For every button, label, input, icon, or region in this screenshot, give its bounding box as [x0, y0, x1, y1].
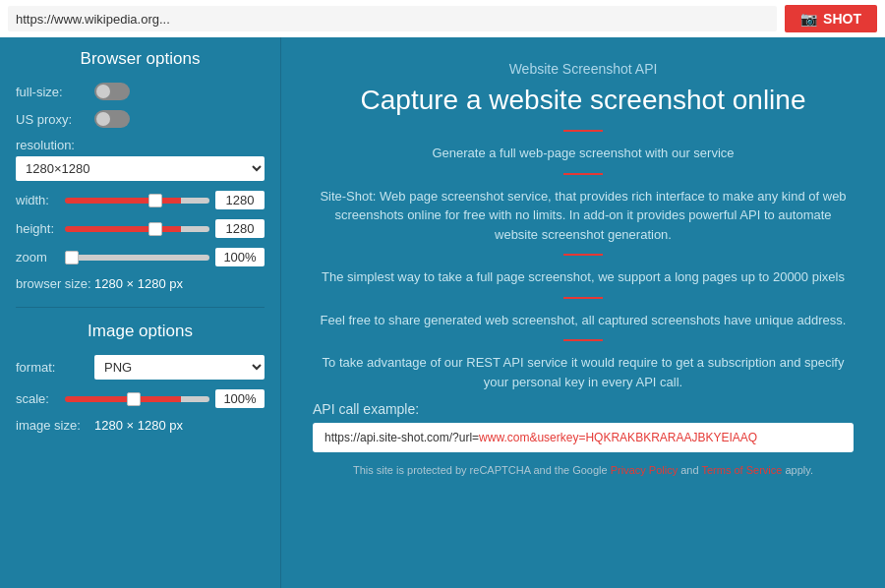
- format-select[interactable]: PNG JPG PDF GIF: [94, 355, 265, 380]
- scale-row: scale:: [16, 389, 265, 408]
- browser-size-label: browser size:: [16, 276, 94, 291]
- image-options-title: Image options: [16, 322, 265, 341]
- zoom-row: zoom: [16, 248, 265, 266]
- height-row: height:: [16, 219, 265, 238]
- us-proxy-slider: [94, 110, 130, 128]
- main-headline: Capture a website screenshot online: [313, 83, 854, 118]
- height-slider[interactable]: [65, 226, 209, 232]
- sub-text-3: The simplest way to take a full page scr…: [313, 267, 854, 287]
- api-title: Website Screenshot API: [313, 61, 854, 77]
- resolution-select[interactable]: 1280×1280 1920×1080 1024×768 800×600: [16, 156, 265, 181]
- separator-2: [563, 173, 603, 175]
- and-text: and: [680, 464, 701, 476]
- us-proxy-toggle[interactable]: [94, 110, 130, 128]
- full-size-slider: [94, 83, 130, 100]
- sub-text-1: Generate a full web-page screenshot with…: [313, 144, 854, 163]
- height-value-input[interactable]: [215, 219, 265, 238]
- privacy-link[interactable]: Privacy Policy: [611, 464, 678, 476]
- api-url-base: https://api.site-shot.com/?url=: [324, 431, 479, 444]
- left-panel: Browser options full-size: US proxy: res…: [0, 37, 281, 588]
- width-label: width:: [16, 193, 65, 207]
- sub-text-5: To take advantage of our REST API servic…: [313, 353, 854, 391]
- height-label: height:: [16, 221, 65, 236]
- width-value-input[interactable]: [215, 191, 265, 209]
- shot-button[interactable]: 📷 SHOT: [785, 5, 877, 32]
- api-call-label: API call example:: [313, 401, 854, 417]
- url-input[interactable]: [8, 6, 777, 31]
- full-size-toggle[interactable]: [94, 83, 130, 100]
- us-proxy-label: US proxy:: [16, 112, 94, 127]
- browser-size-value: 1280 × 1280 px: [94, 276, 183, 291]
- separator-4: [563, 297, 603, 299]
- top-bar: 📷 SHOT: [0, 0, 885, 37]
- sub-text-2: Site-Shot: Web page screenshot service, …: [313, 187, 854, 245]
- recaptcha-text: This site is protected by reCAPTCHA and …: [313, 464, 854, 476]
- zoom-value-input[interactable]: [215, 248, 265, 266]
- api-call-box: https://api.site-shot.com/?url=www.com&u…: [313, 423, 854, 452]
- full-size-label: full-size:: [16, 85, 94, 99]
- scale-range-wrap: [65, 390, 209, 408]
- format-row: format: PNG JPG PDF GIF: [16, 355, 265, 380]
- width-row: width:: [16, 191, 265, 209]
- separator-1: [563, 130, 603, 132]
- us-proxy-row: US proxy:: [16, 110, 265, 128]
- right-panel: Website Screenshot API Capture a website…: [281, 37, 885, 588]
- apply-text: apply.: [785, 464, 813, 476]
- separator-3: [563, 254, 603, 256]
- sub-text-4: Feel free to share generated web screens…: [313, 311, 854, 330]
- scale-value-input[interactable]: [215, 389, 265, 408]
- zoom-range-wrap: [65, 249, 209, 266]
- scale-slider[interactable]: [65, 396, 209, 402]
- image-size-value: 1280 × 1280 px: [94, 418, 183, 433]
- separator-5: [563, 339, 603, 341]
- browser-size-row: browser size: 1280 × 1280 px: [16, 276, 265, 291]
- zoom-label: zoom: [16, 250, 65, 265]
- full-size-row: full-size:: [16, 83, 265, 100]
- divider: [16, 307, 265, 308]
- recaptcha-label: This site is protected by reCAPTCHA and …: [353, 464, 611, 476]
- shot-label: SHOT: [823, 11, 861, 27]
- resolution-label: resolution:: [16, 138, 265, 152]
- api-url-param: www.com&userkey=HQKRAKBKRARAAJBKYEIAAQ: [479, 431, 757, 444]
- camera-icon: 📷: [800, 11, 817, 27]
- image-size-row: image size: 1280 × 1280 px: [16, 418, 265, 433]
- zoom-slider[interactable]: [65, 255, 209, 261]
- terms-link[interactable]: Terms of Service: [701, 464, 782, 476]
- format-label: format:: [16, 360, 94, 375]
- image-size-label: image size:: [16, 418, 94, 433]
- width-slider[interactable]: [65, 198, 209, 204]
- main-layout: Browser options full-size: US proxy: res…: [0, 37, 885, 588]
- scale-label: scale:: [16, 391, 65, 406]
- height-range-wrap: [65, 220, 209, 238]
- width-range-wrap: [65, 192, 209, 209]
- browser-options-title: Browser options: [16, 49, 265, 69]
